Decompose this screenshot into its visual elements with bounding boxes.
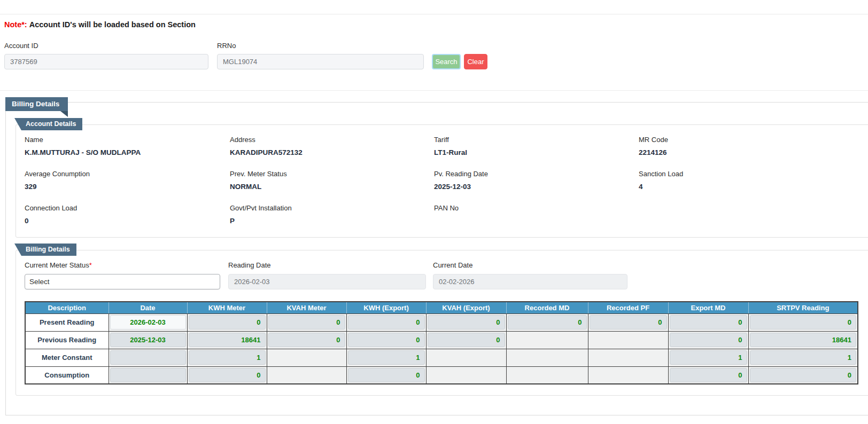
table-cell: 0	[346, 366, 426, 384]
account-field-label: Govt/Pvt Installation	[230, 204, 434, 212]
table-cell: 18641	[187, 331, 267, 349]
table-cell	[108, 366, 187, 384]
rrno-field: RRNo	[217, 42, 424, 69]
top-bar	[0, 0, 868, 14]
search-form: Account ID RRNo Search Clear	[4, 42, 868, 69]
cell-input: 0	[268, 315, 345, 329]
cell-input[interactable]: 2026-02-03	[110, 315, 186, 329]
cell-input: 0	[428, 315, 505, 329]
row-description: Meter Constant	[25, 349, 108, 366]
cell-input: 0	[189, 368, 266, 382]
table-cell	[588, 349, 668, 366]
rrno-label: RRNo	[217, 42, 424, 50]
account-field-value: 329	[25, 183, 230, 191]
table-cell	[108, 349, 187, 366]
rrno-input[interactable]	[217, 54, 424, 69]
account-field: TariffLT1-Rural	[434, 136, 639, 160]
required-asterisk: *	[89, 261, 92, 269]
reading-date-input[interactable]	[228, 274, 426, 289]
account-field: Prev. Meter StatusNORMAL	[230, 170, 434, 194]
cell-input: 1	[348, 350, 425, 365]
cell-input	[110, 368, 186, 382]
account-field-label: Pv. Reading Date	[434, 170, 639, 178]
billing-details-panel: Billing Details Account Details NameK.M.…	[5, 102, 868, 415]
current-date-field: Current Date	[433, 261, 627, 289]
cell-input: 0	[670, 333, 747, 347]
row-description: Consumption	[25, 366, 108, 384]
clear-button[interactable]: Clear	[464, 54, 487, 69]
account-field-label: MR Code	[639, 136, 868, 144]
cell-input: 0	[670, 315, 747, 329]
table-cell: 0	[748, 366, 858, 384]
account-field: NameK.M.MUTTURAJ - S/O MUDLAPPA	[25, 136, 230, 160]
account-field-value: NORMAL	[230, 183, 434, 191]
table-cell: 1	[187, 349, 267, 366]
billing-details-legend: Billing Details	[21, 244, 76, 256]
cell-input: 18641	[189, 333, 266, 347]
row-description: Present Reading	[25, 313, 108, 331]
table-row: Previous Reading2025-12-0318641000018641	[25, 331, 858, 349]
table-row: Meter Constant1111	[25, 349, 858, 366]
search-button[interactable]: Search	[432, 54, 461, 69]
table-cell: 0	[588, 313, 668, 331]
current-meter-status-field: Current Meter Status* Select	[25, 261, 220, 289]
billing-details-tab[interactable]: Billing Details	[5, 97, 68, 111]
table-header-cell: KVAH (Export)	[426, 302, 506, 313]
cell-input: 0	[590, 315, 667, 329]
table-cell: 0	[426, 331, 506, 349]
cell-input: 0	[348, 333, 425, 347]
table-cell: 0	[668, 313, 748, 331]
account-id-field: Account ID	[4, 42, 208, 69]
account-field: AddressKARADIPURA572132	[230, 136, 434, 160]
page: Note*:Account ID's will be loaded based …	[0, 0, 868, 424]
row-description: Previous Reading	[25, 331, 108, 349]
table-header-cell: Description	[25, 302, 108, 313]
account-field-value: K.M.MUTTURAJ - S/O MUDLAPPA	[25, 148, 230, 156]
account-field-label: Sanction Load	[639, 170, 868, 178]
account-id-label: Account ID	[4, 42, 208, 50]
cell-input: 0	[508, 315, 587, 329]
table-header-cell: KVAH Meter	[267, 302, 346, 313]
account-field-label: PAN No	[434, 204, 639, 212]
account-field: MR Code2214126	[639, 136, 868, 160]
cell-input: 0	[750, 315, 857, 329]
account-id-input[interactable]	[4, 54, 208, 69]
table-cell: 0	[187, 313, 267, 331]
table-cell: 0	[668, 366, 748, 384]
note-prefix: Note*:	[4, 20, 27, 29]
table-cell: 0	[748, 313, 858, 331]
current-meter-status-label: Current Meter Status*	[25, 261, 220, 269]
table-row: Consumption0000	[25, 366, 858, 384]
table-cell: 0	[187, 366, 267, 384]
table-header-cell: Date	[108, 302, 187, 313]
current-date-label: Current Date	[433, 261, 627, 269]
cell-input: 2025-12-03	[110, 333, 186, 347]
readings-table: DescriptionDateKWH MeterKVAH MeterKWH (E…	[25, 301, 858, 384]
table-cell	[506, 331, 588, 349]
cell-input: 1	[750, 350, 857, 365]
table-cell	[426, 366, 506, 384]
reading-date-label: Reading Date	[228, 261, 426, 269]
account-field: Connection Load0	[25, 204, 230, 229]
table-cell	[426, 349, 506, 366]
table-header-cell: Recorded PF	[588, 302, 668, 313]
account-field-label: Average Conumption	[25, 170, 230, 178]
account-field-value: 2025-12-03	[434, 183, 639, 191]
table-cell	[267, 349, 346, 366]
current-date-input[interactable]	[433, 274, 627, 289]
account-field-label: Prev. Meter Status	[230, 170, 434, 178]
table-cell: 0	[267, 331, 346, 349]
cell-input: 0	[189, 315, 266, 329]
table-cell: 1	[668, 349, 748, 366]
table-cell: 0	[506, 313, 588, 331]
account-fields-grid: NameK.M.MUTTURAJ - S/O MUDLAPPAAddressKA…	[25, 136, 868, 229]
account-field-label: Tariff	[434, 136, 639, 144]
account-field-value: KARADIPURA572132	[230, 148, 434, 156]
account-field-value: P	[230, 217, 434, 225]
cell-input: 0	[348, 368, 425, 382]
table-header-row: DescriptionDateKWH MeterKVAH MeterKWH (E…	[25, 302, 858, 313]
separator	[0, 90, 868, 91]
table-cell: 0	[346, 331, 426, 349]
current-meter-status-select[interactable]: Select	[25, 274, 220, 289]
account-field-value: 0	[25, 217, 230, 225]
